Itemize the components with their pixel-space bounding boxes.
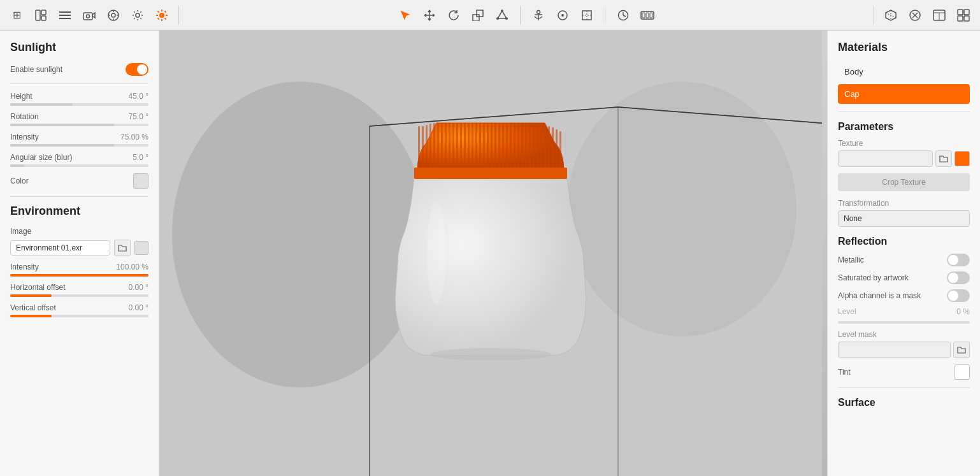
svg-point-29 [505, 17, 508, 20]
svg-rect-56 [964, 10, 969, 15]
image-dropdown-row: Environment 01.exr [10, 240, 148, 256]
target-icon[interactable] [104, 6, 122, 24]
svg-line-41 [623, 15, 626, 17]
env-intensity-slider[interactable] [10, 274, 148, 277]
tint-swatch[interactable] [955, 364, 970, 380]
viewport-bg [159, 31, 827, 476]
rotation-slider[interactable] [10, 124, 148, 126]
angular-slider-fill [10, 164, 24, 167]
svg-rect-1 [41, 10, 46, 15]
reflection-title: Reflection [838, 236, 970, 247]
add-icon[interactable]: ⊞ [8, 6, 25, 24]
film-tool[interactable] [638, 6, 656, 24]
alpha-label: Alpha channel is a mask [838, 291, 921, 300]
sun-icon[interactable] [153, 6, 171, 24]
svg-line-23 [165, 11, 166, 12]
level-mask-folder-icon[interactable] [953, 342, 970, 358]
menu-icon[interactable] [56, 6, 74, 24]
horizontal-row: Horizontal offset 0.00 ° [10, 283, 148, 292]
alpha-toggle[interactable] [947, 289, 970, 302]
env-intensity-slider-fill [10, 274, 148, 277]
material-body[interactable]: Body [838, 62, 970, 82]
enable-sunlight-row: Enable sunlight [10, 63, 148, 76]
layout-icon[interactable] [955, 6, 972, 24]
image-folder-icon[interactable] [114, 240, 131, 256]
level-mask-row [838, 342, 970, 358]
svg-rect-76 [456, 123, 458, 171]
panels-icon[interactable] [32, 6, 50, 24]
svg-line-22 [165, 18, 166, 19]
height-slider[interactable] [10, 103, 148, 106]
materials-title: Materials [838, 41, 970, 54]
svg-rect-90 [510, 123, 512, 171]
env-intensity-row: Intensity 100.00 % [10, 263, 148, 271]
bottle-svg [331, 50, 650, 464]
intensity-slider-fill [10, 144, 114, 147]
window-icon[interactable] [930, 6, 948, 24]
svg-rect-94 [525, 123, 527, 171]
level-slider[interactable] [838, 321, 970, 324]
metallic-row: Metallic [838, 254, 970, 266]
level-mask-dropdown[interactable] [838, 342, 951, 358]
svg-rect-73 [445, 123, 447, 171]
crop-texture-button[interactable]: Crop Texture [838, 173, 970, 191]
horizontal-slider[interactable] [10, 294, 148, 297]
image-color-swatch[interactable] [134, 241, 148, 255]
enable-sunlight-toggle[interactable] [126, 63, 148, 76]
svg-rect-81 [475, 123, 477, 171]
color-label: Color [10, 177, 29, 185]
plane-tool[interactable] [578, 6, 596, 24]
angular-row: Angular size (blur) 5.0 ° [10, 153, 148, 162]
intensity-slider[interactable] [10, 144, 148, 147]
vertex-tool[interactable] [493, 6, 511, 24]
intensity-value: 75.00 % [120, 133, 148, 141]
svg-point-28 [501, 10, 503, 12]
svg-rect-83 [483, 123, 485, 171]
circle-tool[interactable] [554, 6, 572, 24]
right-panel: Materials Body Cap Parameters Texture Cr… [827, 31, 980, 476]
metallic-toggle[interactable] [947, 254, 970, 266]
svg-rect-80 [472, 123, 473, 171]
tint-row: Tint [838, 364, 970, 380]
svg-rect-100 [548, 126, 550, 171]
svg-point-35 [561, 14, 564, 17]
svg-rect-58 [964, 16, 969, 21]
clock-tool[interactable] [614, 6, 632, 24]
camera-icon[interactable] [80, 6, 98, 24]
divider-1 [10, 83, 148, 84]
transformation-dropdown[interactable]: None [838, 210, 970, 227]
angular-value: 5.0 ° [133, 153, 148, 162]
cube-icon[interactable] [882, 6, 900, 24]
svg-point-8 [87, 15, 90, 18]
svg-rect-72 [441, 123, 443, 171]
vertical-slider[interactable] [10, 315, 148, 317]
scale-tool[interactable] [469, 6, 487, 24]
svg-rect-85 [491, 123, 493, 171]
svg-rect-86 [494, 123, 496, 171]
material-cap[interactable]: Cap [838, 84, 970, 104]
settings-icon[interactable] [129, 6, 147, 24]
texture-folder-icon[interactable] [935, 150, 952, 167]
rotate-tool[interactable] [445, 6, 463, 24]
svg-rect-77 [460, 123, 462, 171]
image-dropdown[interactable]: Environment 01.exr [10, 240, 110, 256]
rotation-slider-fill [10, 124, 114, 126]
toolbar-right [882, 6, 972, 24]
target2-icon[interactable] [906, 6, 924, 24]
texture-dropdown[interactable] [838, 150, 933, 167]
svg-rect-84 [487, 123, 489, 171]
level-value: 0 % [956, 307, 970, 316]
svg-line-24 [158, 18, 159, 19]
angular-slider[interactable] [10, 164, 148, 167]
anchor-tool[interactable] [530, 6, 547, 24]
select-tool[interactable] [396, 6, 414, 24]
viewport[interactable] [159, 31, 827, 476]
texture-color-swatch[interactable] [955, 151, 970, 166]
svg-rect-87 [498, 123, 500, 171]
svg-rect-25 [473, 15, 479, 21]
move-tool[interactable] [421, 6, 438, 24]
saturated-toggle[interactable] [947, 271, 970, 284]
color-swatch[interactable] [133, 173, 148, 189]
toolbar: ⊞ [0, 0, 980, 31]
texture-label: Texture [838, 139, 970, 148]
